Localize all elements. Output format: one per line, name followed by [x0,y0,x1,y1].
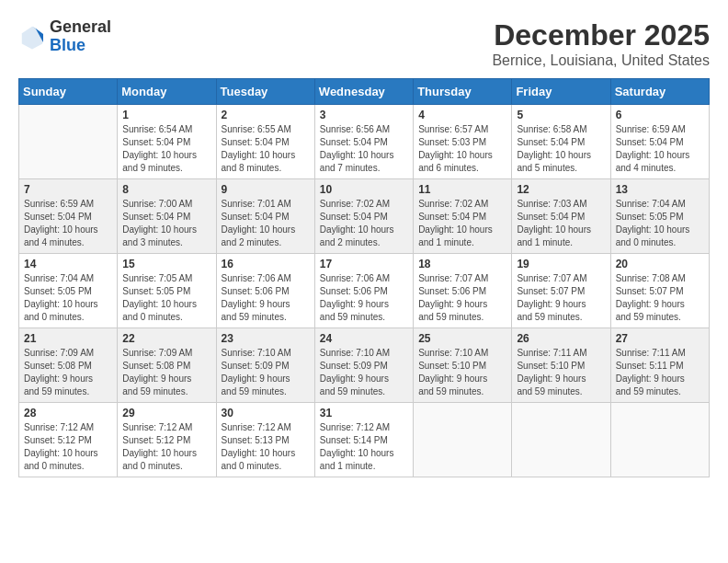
calendar-cell: 27Sunrise: 7:11 AMSunset: 5:11 PMDayligh… [610,328,709,403]
cell-info-text: Sunrise: 7:02 AMSunset: 5:04 PMDaylight:… [418,198,506,249]
calendar-cell: 17Sunrise: 7:06 AMSunset: 5:06 PMDayligh… [314,254,413,328]
cell-info-text: Sunrise: 7:12 AMSunset: 5:12 PMDaylight:… [122,421,210,473]
cell-date-number: 6 [616,109,704,121]
cell-info-text: Sunrise: 7:10 AMSunset: 5:10 PMDaylight:… [418,347,506,398]
cell-info-text: Sunrise: 7:01 AMSunset: 5:04 PMDaylight:… [222,198,310,249]
calendar-cell: 11Sunrise: 7:02 AMSunset: 5:04 PMDayligh… [414,179,512,254]
calendar-cell [19,105,118,179]
cell-date-number: 26 [517,332,605,345]
cell-date-number: 21 [24,332,112,345]
cell-info-text: Sunrise: 7:10 AMSunset: 5:09 PMDaylight:… [222,347,310,398]
calendar-table: SundayMondayTuesdayWednesdayThursdayFrid… [18,78,710,477]
calendar-cell: 13Sunrise: 7:04 AMSunset: 5:05 PMDayligh… [610,179,709,254]
cell-info-text: Sunrise: 7:04 AMSunset: 5:05 PMDaylight:… [24,272,112,324]
logo-icon [18,23,46,51]
cell-info-text: Sunrise: 7:11 AMSunset: 5:10 PMDaylight:… [517,347,605,398]
calendar-cell: 3Sunrise: 6:56 AMSunset: 5:04 PMDaylight… [314,105,413,179]
cell-info-text: Sunrise: 7:12 AMSunset: 5:12 PMDaylight:… [24,421,112,473]
cell-info-text: Sunrise: 7:06 AMSunset: 5:06 PMDaylight:… [320,272,408,324]
cell-date-number: 31 [320,407,408,419]
calendar-cell: 24Sunrise: 7:10 AMSunset: 5:09 PMDayligh… [314,328,413,403]
cell-date-number: 23 [222,332,310,345]
cell-info-text: Sunrise: 6:58 AMSunset: 5:04 PMDaylight:… [517,123,605,175]
calendar-cell [414,403,512,477]
cell-date-number: 11 [418,183,506,196]
calendar-cell: 15Sunrise: 7:05 AMSunset: 5:05 PMDayligh… [118,254,216,328]
cell-date-number: 19 [517,258,605,270]
cell-date-number: 17 [320,258,408,270]
calendar-week-row: 7Sunrise: 6:59 AMSunset: 5:04 PMDaylight… [19,179,710,254]
cell-info-text: Sunrise: 7:02 AMSunset: 5:04 PMDaylight:… [320,198,408,249]
page-header: General Blue December 2025 Bernice, Loui… [18,18,710,69]
calendar-cell [610,403,709,477]
cell-info-text: Sunrise: 7:12 AMSunset: 5:14 PMDaylight:… [320,421,408,473]
cell-info-text: Sunrise: 7:12 AMSunset: 5:13 PMDaylight:… [222,421,310,473]
calendar-cell: 21Sunrise: 7:09 AMSunset: 5:08 PMDayligh… [19,328,118,403]
calendar-cell: 23Sunrise: 7:10 AMSunset: 5:09 PMDayligh… [216,328,314,403]
calendar-cell: 20Sunrise: 7:08 AMSunset: 5:07 PMDayligh… [610,254,709,328]
calendar-header-row: SundayMondayTuesdayWednesdayThursdayFrid… [19,79,710,105]
calendar-cell: 19Sunrise: 7:07 AMSunset: 5:07 PMDayligh… [512,254,610,328]
calendar-cell: 5Sunrise: 6:58 AMSunset: 5:04 PMDaylight… [512,105,610,179]
calendar-cell: 16Sunrise: 7:06 AMSunset: 5:06 PMDayligh… [216,254,314,328]
calendar-cell: 29Sunrise: 7:12 AMSunset: 5:12 PMDayligh… [118,403,216,477]
calendar-header-day: Wednesday [314,79,413,105]
calendar-cell: 14Sunrise: 7:04 AMSunset: 5:05 PMDayligh… [19,254,118,328]
calendar-cell: 2Sunrise: 6:55 AMSunset: 5:04 PMDaylight… [216,105,314,179]
cell-info-text: Sunrise: 7:09 AMSunset: 5:08 PMDaylight:… [24,347,112,398]
calendar-header-day: Monday [118,79,216,105]
calendar-cell: 26Sunrise: 7:11 AMSunset: 5:10 PMDayligh… [512,328,610,403]
cell-info-text: Sunrise: 7:11 AMSunset: 5:11 PMDaylight:… [616,347,704,398]
calendar-week-row: 21Sunrise: 7:09 AMSunset: 5:08 PMDayligh… [19,328,710,403]
cell-date-number: 12 [517,183,605,196]
calendar-header-day: Tuesday [216,79,314,105]
cell-date-number: 30 [222,407,310,419]
calendar-week-row: 28Sunrise: 7:12 AMSunset: 5:12 PMDayligh… [19,403,710,477]
cell-info-text: Sunrise: 7:09 AMSunset: 5:08 PMDaylight:… [122,347,210,398]
cell-info-text: Sunrise: 7:06 AMSunset: 5:06 PMDaylight:… [222,272,310,324]
calendar-cell: 22Sunrise: 7:09 AMSunset: 5:08 PMDayligh… [118,328,216,403]
cell-info-text: Sunrise: 7:07 AMSunset: 5:07 PMDaylight:… [517,272,605,324]
cell-date-number: 4 [418,109,506,121]
calendar-subtitle: Bernice, Louisiana, United States [492,52,710,69]
cell-date-number: 16 [222,258,310,270]
calendar-header-day: Sunday [19,79,118,105]
calendar-cell: 6Sunrise: 6:59 AMSunset: 5:04 PMDaylight… [610,105,709,179]
cell-info-text: Sunrise: 7:03 AMSunset: 5:04 PMDaylight:… [517,198,605,249]
calendar-cell: 1Sunrise: 6:54 AMSunset: 5:04 PMDaylight… [118,105,216,179]
calendar-header-day: Thursday [414,79,512,105]
cell-info-text: Sunrise: 6:54 AMSunset: 5:04 PMDaylight:… [122,123,210,175]
cell-info-text: Sunrise: 7:07 AMSunset: 5:06 PMDaylight:… [418,272,506,324]
svg-marker-0 [22,27,43,50]
cell-date-number: 7 [24,183,112,196]
cell-date-number: 8 [122,183,210,196]
cell-date-number: 5 [517,109,605,121]
cell-date-number: 14 [24,258,112,270]
calendar-cell [512,403,610,477]
logo: General Blue [18,18,111,55]
calendar-cell: 18Sunrise: 7:07 AMSunset: 5:06 PMDayligh… [414,254,512,328]
calendar-title: December 2025 [492,18,710,52]
cell-date-number: 1 [122,109,210,121]
cell-info-text: Sunrise: 6:59 AMSunset: 5:04 PMDaylight:… [616,123,704,175]
cell-info-text: Sunrise: 6:59 AMSunset: 5:04 PMDaylight:… [24,198,112,249]
calendar-cell: 25Sunrise: 7:10 AMSunset: 5:10 PMDayligh… [414,328,512,403]
cell-info-text: Sunrise: 7:10 AMSunset: 5:09 PMDaylight:… [320,347,408,398]
cell-date-number: 2 [222,109,310,121]
cell-info-text: Sunrise: 6:55 AMSunset: 5:04 PMDaylight:… [222,123,310,175]
calendar-cell: 12Sunrise: 7:03 AMSunset: 5:04 PMDayligh… [512,179,610,254]
calendar-cell: 31Sunrise: 7:12 AMSunset: 5:14 PMDayligh… [314,403,413,477]
cell-date-number: 24 [320,332,408,345]
calendar-cell: 4Sunrise: 6:57 AMSunset: 5:03 PMDaylight… [414,105,512,179]
cell-info-text: Sunrise: 7:00 AMSunset: 5:04 PMDaylight:… [122,198,210,249]
cell-date-number: 27 [616,332,704,345]
cell-info-text: Sunrise: 6:56 AMSunset: 5:04 PMDaylight:… [320,123,408,175]
title-block: December 2025 Bernice, Louisiana, United… [492,18,710,69]
calendar-week-row: 14Sunrise: 7:04 AMSunset: 5:05 PMDayligh… [19,254,710,328]
cell-info-text: Sunrise: 7:04 AMSunset: 5:05 PMDaylight:… [616,198,704,249]
cell-date-number: 15 [122,258,210,270]
calendar-cell: 30Sunrise: 7:12 AMSunset: 5:13 PMDayligh… [216,403,314,477]
cell-date-number: 29 [122,407,210,419]
calendar-cell: 7Sunrise: 6:59 AMSunset: 5:04 PMDaylight… [19,179,118,254]
cell-date-number: 3 [320,109,408,121]
